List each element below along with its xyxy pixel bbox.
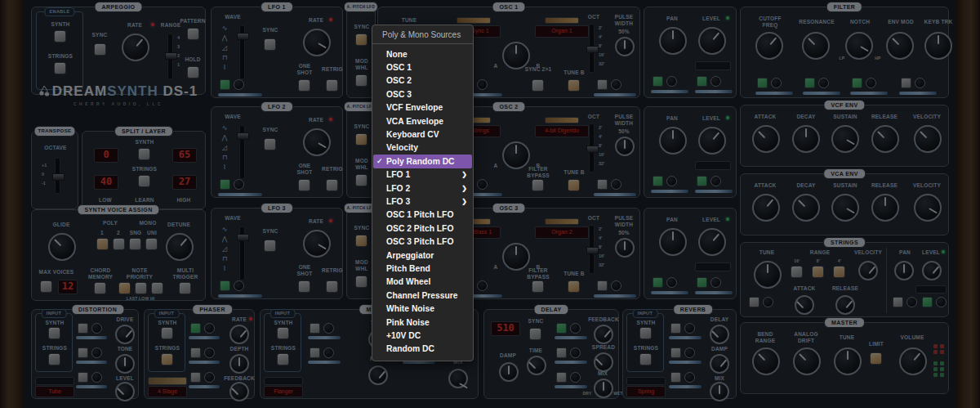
menu-item-poly-random-dc[interactable]: ✓Poly Random DC: [373, 155, 472, 168]
menu-item--10v-dc[interactable]: +10V DC: [373, 329, 472, 342]
menu-item-label: Pink Noise: [386, 318, 430, 327]
menu-item-label: LFO 2: [386, 184, 410, 193]
menu-header: Poly & Mono Sources: [372, 25, 473, 44]
menu-item-pitch-bend[interactable]: Pitch Bend: [373, 262, 472, 275]
menu-item-label: LFO 3: [386, 197, 410, 206]
menu-item-lfo-3[interactable]: LFO 3❯: [373, 195, 472, 208]
dreamsynth-window: ARPEGGIO ENABLE SYNTH STRINGS SYNC RATE …: [0, 0, 980, 408]
menu-item-label: OSC 3 Pitch LFO: [386, 237, 453, 246]
menu-item-white-noise[interactable]: White Noise: [373, 302, 472, 315]
menu-item-label: Poly Random DC: [386, 157, 455, 166]
checkmark-icon: ✓: [376, 157, 383, 165]
menu-item-label: None: [386, 50, 408, 59]
menu-item-lfo-1[interactable]: LFO 1❯: [373, 168, 472, 182]
menu-item-label: OSC 1 Pitch LFO: [386, 210, 453, 219]
menu-item-arpeggiator[interactable]: Arpeggiator: [373, 249, 472, 262]
menu-item-label: VCA Envelope: [386, 117, 443, 126]
menu-item-label: Keyboard CV: [386, 130, 439, 139]
menu-item-osc-3[interactable]: OSC 3: [373, 87, 472, 101]
menu-item-velocity[interactable]: Velocity: [373, 141, 472, 155]
menu-item-lfo-2[interactable]: LFO 2❯: [373, 182, 472, 195]
menu-list: NoneOSC 1OSC 2OSC 3VCF EnvelopeVCA Envel…: [372, 47, 473, 356]
mod-source-menu: Poly & Mono Sources NoneOSC 1OSC 2OSC 3V…: [372, 25, 474, 361]
menu-item-label: White Noise: [386, 304, 434, 313]
submenu-arrow-icon: ❯: [461, 185, 467, 192]
menu-item-random-dc[interactable]: Random DC: [373, 343, 472, 356]
submenu-arrow-icon: ❯: [461, 198, 467, 205]
menu-item-channel-pressure[interactable]: Channel Pressure: [373, 289, 472, 302]
menu-item-osc-2-pitch-lfo[interactable]: OSC 2 Pitch LFO: [373, 222, 472, 235]
modal-dim-overlay: [0, 0, 980, 408]
menu-item-label: +10V DC: [386, 331, 421, 340]
menu-item-label: OSC 1: [386, 63, 412, 72]
menu-item-keyboard-cv[interactable]: Keyboard CV: [373, 128, 472, 141]
menu-item-osc-2[interactable]: OSC 2: [373, 74, 472, 87]
menu-item-label: Random DC: [386, 344, 434, 353]
menu-item-vcf-envelope[interactable]: VCF Envelope: [373, 101, 472, 114]
menu-item-vca-envelope[interactable]: VCA Envelope: [373, 114, 472, 128]
menu-item-label: Arpeggiator: [386, 251, 434, 260]
menu-item-label: Velocity: [386, 143, 418, 152]
menu-item-osc-3-pitch-lfo[interactable]: OSC 3 Pitch LFO: [373, 235, 472, 248]
submenu-arrow-icon: ❯: [461, 171, 467, 178]
menu-item-osc-1-pitch-lfo[interactable]: OSC 1 Pitch LFO: [373, 208, 472, 222]
menu-item-label: Pitch Bend: [386, 264, 430, 273]
menu-item-label: OSC 2: [386, 76, 412, 85]
menu-item-label: OSC 2 Pitch LFO: [386, 224, 453, 233]
menu-item-label: LFO 1: [386, 170, 410, 179]
menu-item-label: OSC 3: [386, 90, 412, 99]
menu-item-none[interactable]: None: [373, 47, 472, 61]
menu-item-label: Channel Pressure: [386, 291, 458, 300]
menu-item-label: VCF Envelope: [386, 103, 443, 112]
menu-item-label: Mod Wheel: [386, 277, 430, 286]
menu-item-osc-1[interactable]: OSC 1: [373, 61, 472, 74]
menu-item-mod-wheel[interactable]: Mod Wheel: [373, 276, 472, 289]
menu-item-pink-noise[interactable]: Pink Noise: [373, 316, 472, 329]
